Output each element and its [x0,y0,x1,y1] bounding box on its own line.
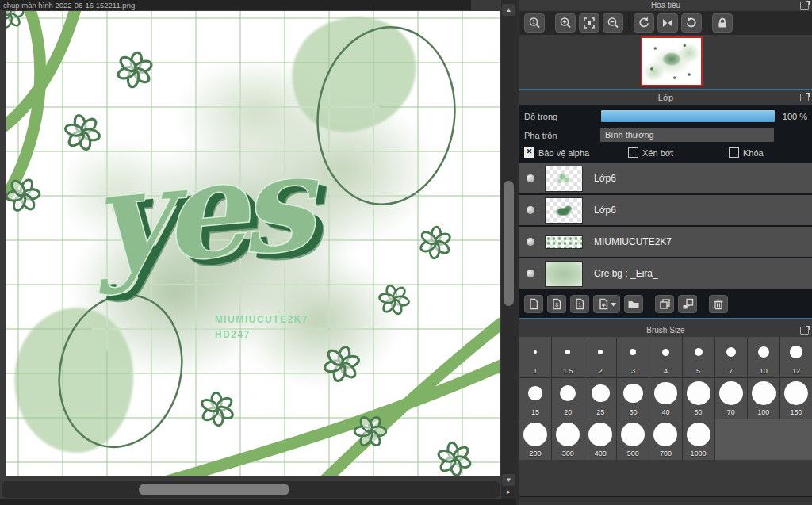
brush-size-cell-20[interactable]: 20 [552,378,584,419]
layer-name: Lớp6 [594,173,616,184]
popout-window-icon[interactable] [800,2,809,10]
brush-size-cell-300[interactable]: 300 [552,419,584,460]
layer-toolbar: 8 1 [519,290,812,318]
fit-view-icon [583,17,596,29]
alpha-protect-checkbox[interactable] [524,147,534,158]
lock-label: Khóa [743,148,764,158]
clipping-checkbox[interactable] [628,147,638,158]
reset-rotation-button[interactable] [657,13,678,33]
vertical-scrollbar[interactable]: ▲ ▼ [501,0,516,500]
navigator-panel-header[interactable]: Hoa tiêu [519,0,812,11]
layer-row-4[interactable]: Cre bg : _Eira_ [519,258,812,290]
brush-dot [588,423,612,446]
zoom-actual-icon: 1 [528,17,541,29]
drawing-canvas[interactable]: yes MIUMIUCUTE2K7 HD247 [6,11,500,476]
brush-size-cell-700[interactable]: 700 [649,419,681,460]
layer-row-1[interactable]: Lớp6 [519,163,812,195]
brush-size-cell-400[interactable]: 400 [584,419,616,460]
add-layer-button[interactable] [593,295,620,313]
brush-size-grid: 11.5234571012152025304050701001502003004… [519,337,812,460]
delete-layer-button[interactable] [709,295,728,313]
duplicate-layer-icon [659,298,671,310]
zoom-actual-button[interactable]: 1 [524,13,545,33]
brush-size-cell-1[interactable]: 1 [519,337,551,377]
zoom-in-button[interactable] [555,13,576,33]
opacity-slider[interactable] [600,109,776,123]
new-1bit-layer-icon: 1 [574,298,585,310]
merge-layer-button[interactable] [678,295,697,313]
layer-row-3[interactable]: MIUMIUCUTE2K7 [519,227,812,258]
layer-panel-header[interactable]: Lớp [519,90,812,105]
toolbar-separator [550,17,550,29]
brush-dot [687,381,710,405]
brush-dot [662,349,669,356]
brush-size-cell-10[interactable]: 10 [748,337,779,377]
layer-visibility-icon[interactable] [527,174,534,182]
brush-size-cell-30[interactable]: 30 [617,378,649,419]
brush-size-cell-70[interactable]: 70 [715,378,747,419]
zoom-out-button[interactable] [603,13,623,33]
popout-window-icon[interactable] [800,94,809,101]
brush-size-cell-150[interactable]: 150 [780,378,812,419]
document-title-bar[interactable]: chụp màn hình 2022-06-16 152211.png [0,0,471,10]
add-layer-icon [598,298,609,310]
layer-visibility-icon[interactable] [527,270,534,277]
brush-size-label: 5 [696,367,700,377]
brush-size-cell-500[interactable]: 500 [617,419,649,460]
brush-size-cell-25[interactable]: 25 [584,378,616,419]
rotate-cw-button[interactable] [681,13,702,33]
brush-size-cell-100[interactable]: 100 [748,378,779,419]
brush-size-label: 25 [596,408,604,419]
brush-size-cell-15[interactable]: 15 [519,378,551,419]
clipping-checkbox-item[interactable]: Xén bớt [628,147,729,158]
brush-size-cell-1.5[interactable]: 1.5 [552,337,584,377]
new-1bit-layer-button[interactable]: 1 [570,295,589,313]
brush-size-cell-50[interactable]: 50 [683,378,714,419]
brush-dot [556,423,580,446]
brush-dot [653,423,677,446]
brush-size-cell-1000[interactable]: 1000 [683,419,714,460]
layer-visibility-icon[interactable] [527,238,534,246]
lock-view-button[interactable] [712,13,733,33]
brush-size-cell-40[interactable]: 40 [649,378,681,419]
brush-size-cell-7[interactable]: 7 [715,337,747,377]
vertical-scroll-thumb[interactable] [504,181,514,306]
brush-size-cell-5[interactable]: 5 [683,337,714,377]
navigator-toolbar: 1 [519,11,812,35]
layer-visibility-icon[interactable] [527,206,534,214]
brush-size-cell-3[interactable]: 3 [617,337,649,377]
brush-dot [752,381,776,405]
rotate-ccw-button[interactable] [634,13,654,33]
new-8bit-layer-button[interactable]: 8 [547,295,566,313]
brush-dot [687,423,710,446]
brush-dot [565,350,570,354]
layer-row-2[interactable]: Lớp6 [519,195,812,227]
brush-size-label: 12 [792,367,800,377]
brush-size-label: 400 [595,450,607,460]
brush-size-label: 500 [627,450,639,460]
brush-size-cell-4[interactable]: 4 [649,337,681,377]
fit-view-button[interactable] [579,13,599,33]
new-folder-button[interactable] [624,295,643,313]
new-layer-button[interactable] [524,295,543,313]
horizontal-scrollbar[interactable] [2,481,500,498]
scroll-right-button[interactable]: ► [502,487,515,498]
brush-size-cell-12[interactable]: 12 [780,337,812,377]
layer-thumbnail [545,166,583,192]
scroll-up-button[interactable]: ▲ [502,4,515,16]
horizontal-scroll-thumb[interactable] [139,484,289,495]
popout-window-icon[interactable] [800,327,809,335]
scroll-down-button[interactable]: ▼ [502,474,515,486]
lock-checkbox-item[interactable]: Khóa [729,147,764,158]
zoom-out-icon [607,17,619,29]
brush-size-cell-200[interactable]: 200 [519,419,551,460]
duplicate-layer-button[interactable] [655,295,674,313]
folder-icon [627,299,640,310]
brush-dot [592,384,610,403]
brush-size-panel-header[interactable]: Brush Size [519,323,812,337]
brush-size-cell-2[interactable]: 2 [584,337,616,377]
lock-checkbox[interactable] [729,147,739,158]
navigator-thumbnail[interactable] [641,36,703,86]
blend-mode-dropdown[interactable]: Bình thường [600,128,774,142]
alpha-protect-checkbox-item[interactable]: Bảo vệ alpha [524,147,628,158]
